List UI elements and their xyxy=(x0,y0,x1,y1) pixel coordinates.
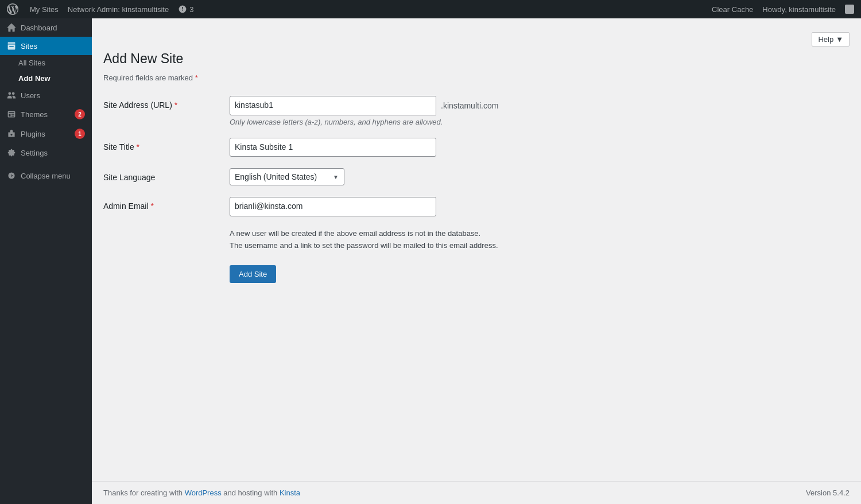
sidebar-plugins-label: Plugins xyxy=(21,130,70,138)
add-site-button[interactable]: Add Site xyxy=(230,265,276,283)
sidebar-collapse-menu[interactable]: Collapse menu xyxy=(0,166,92,185)
site-address-row: Site Address (URL) * .kinstamulti.com On… xyxy=(103,96,850,126)
page-title: Add New Site xyxy=(103,51,850,67)
required-notice: Required fields are marked * xyxy=(103,73,850,82)
sites-sub-items: All Sites Add New xyxy=(0,55,92,86)
admin-email-field xyxy=(230,197,850,216)
site-title-row: Site Title * xyxy=(103,138,850,157)
sidebar: Dashboard Sites All Sites Add New Users xyxy=(0,18,92,504)
site-title-field xyxy=(230,138,850,157)
site-address-field: .kinstamulti.com Only lowercase letters … xyxy=(230,96,850,126)
site-address-suffix: .kinstamulti.com xyxy=(436,98,503,114)
howdy-text: Howdy, kinstamultisite xyxy=(762,5,836,14)
my-sites-link[interactable]: My Sites xyxy=(30,5,59,14)
sidebar-dashboard-label: Dashboard xyxy=(21,24,85,32)
wp-logo-icon[interactable] xyxy=(7,3,18,15)
site-title-required-star: * xyxy=(137,142,139,152)
sidebar-item-settings[interactable]: Settings xyxy=(0,144,92,162)
required-star: * xyxy=(195,73,198,82)
site-language-row: Site Language English (United States) xyxy=(103,168,850,185)
info-text: A new user will be created if the above … xyxy=(230,228,850,252)
footer: Thanks for creating with WordPress and h… xyxy=(92,481,861,504)
help-bar: Help ▼ xyxy=(103,32,850,46)
footer-wordpress-link[interactable]: WordPress xyxy=(185,489,222,497)
sidebar-collapse-label: Collapse menu xyxy=(21,172,71,180)
sidebar-users-label: Users xyxy=(21,91,85,100)
footer-kinsta-link[interactable]: Kinsta xyxy=(280,489,300,497)
site-title-input[interactable] xyxy=(230,138,436,157)
footer-text: Thanks for creating with WordPress and h… xyxy=(103,489,300,497)
sidebar-item-plugins[interactable]: Plugins 1 xyxy=(0,124,92,144)
sidebar-sub-add-new[interactable]: Add New xyxy=(0,71,92,86)
sidebar-item-themes[interactable]: Themes 2 xyxy=(0,104,92,124)
admin-email-label: Admin Email * xyxy=(103,197,230,211)
site-language-label: Site Language xyxy=(103,168,230,182)
admin-email-input[interactable] xyxy=(230,197,436,216)
sidebar-sub-all-sites[interactable]: All Sites xyxy=(0,55,92,71)
admin-email-row: Admin Email * xyxy=(103,197,850,216)
sidebar-settings-label: Settings xyxy=(21,149,85,157)
sidebar-item-sites[interactable]: Sites xyxy=(0,37,92,55)
site-title-label: Site Title * xyxy=(103,138,230,152)
avatar xyxy=(845,5,854,14)
sidebar-item-users[interactable]: Users xyxy=(0,86,92,104)
site-address-label: Site Address (URL) * xyxy=(103,96,230,110)
add-site-form: Site Address (URL) * .kinstamulti.com On… xyxy=(103,96,850,216)
sidebar-themes-label: Themes xyxy=(21,110,70,119)
update-count-icon[interactable]: 3 xyxy=(178,5,193,14)
clear-cache-link[interactable]: Clear Cache xyxy=(712,5,753,14)
topbar: My Sites Network Admin: kinstamultisite … xyxy=(0,0,861,18)
plugins-badge: 1 xyxy=(75,129,85,139)
site-address-hint: Only lowercase letters (a-z), numbers, a… xyxy=(230,118,850,126)
site-address-input[interactable] xyxy=(230,96,436,115)
footer-version: Version 5.4.2 xyxy=(806,489,850,497)
help-button[interactable]: Help ▼ xyxy=(812,32,850,46)
sidebar-sites-label: Sites xyxy=(21,42,85,51)
network-admin-link[interactable]: Network Admin: kinstamultisite xyxy=(68,5,169,14)
site-language-select-wrapper: English (United States) xyxy=(230,168,344,185)
main-content: Help ▼ Add New Site Required fields are … xyxy=(92,18,861,504)
themes-badge: 2 xyxy=(75,109,85,119)
admin-email-required-star: * xyxy=(150,201,153,211)
site-language-select[interactable]: English (United States) xyxy=(230,168,344,185)
help-arrow-icon: ▼ xyxy=(836,35,843,44)
site-language-field: English (United States) xyxy=(230,168,850,185)
sidebar-item-dashboard[interactable]: Dashboard xyxy=(0,18,92,37)
site-address-required-star: * xyxy=(174,100,177,110)
